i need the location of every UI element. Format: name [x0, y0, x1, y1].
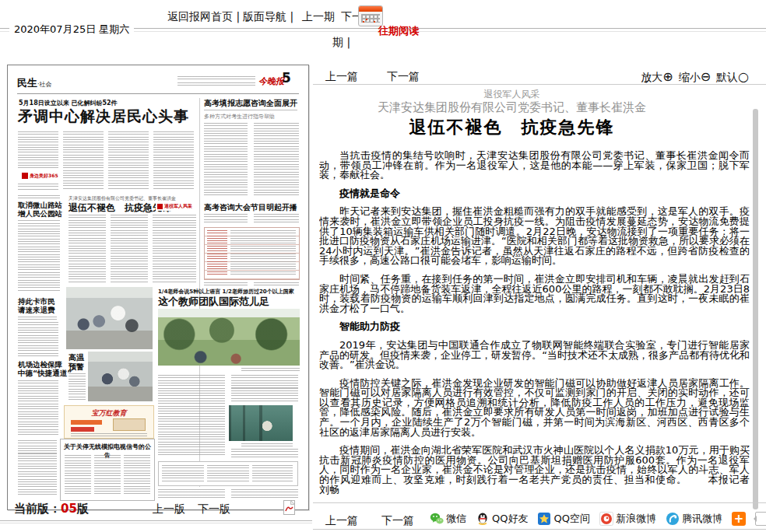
ad-title: 宝万红教育	[65, 408, 153, 418]
nav-next-issue-wrap[interactable]: 期 |	[332, 36, 350, 50]
info-box-sim1	[162, 465, 204, 482]
share-weibo-button[interactable]: 新浪微博	[599, 512, 656, 526]
tencent-weibo-icon	[666, 512, 680, 526]
thumb-story2-text-sim	[204, 123, 248, 196]
current-page-number: 05	[61, 502, 77, 516]
ad-chip1	[71, 420, 102, 425]
park-photo-caption-sim	[241, 368, 300, 371]
ad-chip3	[113, 418, 146, 431]
article-paragraph: 当抗击疫情的集结号吹响时，天津安达集团股份有限公司党委书记、董事长崔洪金闻令而动…	[319, 151, 750, 180]
share-weibo-label: 新浪微博	[616, 512, 656, 526]
thumb-story3-text-sim	[204, 214, 248, 224]
notice-box[interactable]: 关于关停无线模拟电视信号的公告	[60, 439, 155, 501]
thumb-section-title: 民生·社会	[17, 76, 52, 90]
thumb-story4-text-sim	[18, 223, 60, 292]
nav-home-link[interactable]: 返回报网首页 |	[167, 10, 240, 24]
thumb-story8-headline2[interactable]: 中德“快捷通道”	[18, 369, 72, 379]
zoom-controls: 放大⊕ 缩小⊖ 默认○	[641, 69, 749, 85]
table-gray-col-sim	[230, 230, 296, 275]
next-page-link[interactable]: 下一版	[198, 502, 230, 516]
thumb-story5-text-sim	[69, 215, 106, 283]
thumb-story3-text-sim3	[204, 282, 248, 287]
thumb-story7-headline2[interactable]: 请速来退费	[18, 306, 55, 316]
library-photo-caption-sim	[241, 443, 293, 446]
share-qzone-button[interactable]: QQ空间	[537, 512, 589, 526]
qzone-icon	[537, 512, 551, 526]
article-body: 当抗击疫情的集结号吹响时，天津安达集团股份有限公司党委书记、董事长崔洪金闻令而动…	[319, 151, 750, 502]
thumb-story6-headline[interactable]: 这个教师团队国际范儿足	[158, 295, 269, 309]
park-photo	[158, 309, 300, 366]
zoom-reset-icon: ○	[738, 69, 749, 84]
thumb-header-rule	[17, 93, 299, 94]
epaper-reader-window: 返回报网首页 | 版面导航 | 上一期 下一 期 | 往期阅读 2020年07月…	[0, 0, 766, 532]
prev-article-link-bottom[interactable]: 上一篇	[325, 514, 358, 528]
qq-icon	[476, 512, 490, 526]
share-count-badge: 0	[755, 512, 766, 526]
ad-banner[interactable]: 宝万红教育	[64, 405, 154, 439]
thumb-story1-headline[interactable]: 矛调中心解决居民心头事	[18, 107, 189, 127]
thumb-schedule-table	[204, 227, 300, 280]
next-article-link-top[interactable]: 下一篇	[387, 70, 420, 84]
thumb-leftcol-bottom-sim	[18, 440, 57, 496]
thumb-story2-headline[interactable]: 高考填报志愿咨询全面展开	[204, 98, 297, 109]
zoom-in-button[interactable]: 放大⊕	[641, 69, 673, 85]
newspaper-page-thumbnail[interactable]: 民生·社会 今晚报 5 5月18日设立以来 已化解纠纷52件 矛调中心解决居民心…	[7, 65, 309, 510]
calendar-icon[interactable]	[358, 5, 383, 26]
share-wechat-button[interactable]: 微信	[430, 512, 466, 526]
thumb-header-meta-sim2	[177, 82, 255, 86]
thumb-story5-badge-text: 退役军人风采	[164, 203, 192, 208]
bottom-edge-divider	[313, 529, 766, 530]
article-title: 退伍不褪色 抗疫急先锋	[313, 116, 754, 139]
thumb-page-number: 5	[282, 70, 291, 86]
ad-text-sim	[71, 433, 147, 436]
prev-article-link-top[interactable]: 上一篇	[325, 70, 358, 84]
thumb-story5-badge: 退役军人风采	[156, 202, 194, 211]
thumb-story6-text-sim5	[231, 489, 298, 499]
article-scrollbar-thumb[interactable]	[753, 109, 758, 509]
thumb-story6-text-sim4	[158, 489, 225, 499]
prev-page-link[interactable]: 上一版	[153, 502, 185, 516]
thumb-story1-text-sim	[18, 131, 58, 170]
nav-prev-issue-link[interactable]: 上一期	[302, 10, 335, 24]
issue-date: 2020年07月25日 星期六	[9, 23, 134, 37]
share-qq-label: QQ好友	[492, 512, 528, 526]
zoom-out-button[interactable]: 缩小⊖	[679, 69, 711, 85]
thumb-story1-text-sim5	[153, 131, 194, 189]
article-paragraph: 疫情防控关键之际，崔洪金发现企业研发的智能门磁可以协助做好返津人员居家隔离工作。…	[319, 379, 750, 438]
ad-chip2	[71, 427, 94, 432]
next-article-link-bottom[interactable]: 下一篇	[381, 514, 414, 528]
thumb-story6-text-sim2	[231, 375, 298, 403]
thumb-story2-rule	[204, 110, 297, 110]
thumb-story1-badge: 身边美好365	[20, 172, 60, 180]
share-qq-button[interactable]: QQ好友	[476, 512, 528, 526]
share-tweibo-button[interactable]: 腾讯微博	[666, 512, 722, 526]
nav-layout-link[interactable]: 版面导航 |	[243, 10, 293, 24]
thumb-masthead-logo: 今晚报	[258, 75, 284, 87]
zoom-in-icon: ⊕	[662, 69, 673, 84]
thumb-story7-text-sim	[18, 322, 58, 356]
pdf-download-icon[interactable]	[283, 500, 295, 518]
thumb-story6-text-sim	[158, 375, 225, 456]
wechat-icon	[430, 512, 444, 526]
thumb-story2-subtitle: 多种方式对考生进行指导帮助	[204, 113, 275, 121]
past-issues-link[interactable]: 往期阅读	[378, 24, 419, 38]
article-kicker: 退役军人风采	[313, 88, 754, 101]
notice-sim2	[94, 455, 121, 495]
current-page-prefix: 当前版：	[14, 502, 61, 516]
article-subhead: 疫情就是命令	[319, 189, 750, 199]
share-bar: 微信 QQ好友 QQ空间	[430, 512, 766, 526]
share-qzone-label: QQ空间	[553, 512, 589, 526]
zoom-reset-button[interactable]: 默认○	[716, 69, 749, 85]
info-box-sim2	[207, 465, 249, 482]
thumb-section-main: 民生	[17, 77, 37, 89]
thumb-story4-headline2[interactable]: 增人民公园站	[18, 209, 62, 219]
thumb-info-box	[158, 461, 298, 486]
thumb-story1-badge-text: 身边美好365	[30, 173, 58, 178]
share-tweibo-label: 腾讯微博	[682, 512, 722, 526]
thumb-story1-text-sim2	[18, 184, 58, 190]
share-wechat-label: 微信	[446, 512, 466, 526]
share-more-button[interactable]: +	[732, 512, 746, 526]
thumb-section-sub: ·社会	[37, 81, 52, 88]
article-byline: 天津安达集团股份有限公司党委书记、董事长崔洪金	[313, 100, 754, 115]
thumb-story3-headline[interactable]: 高考咨询大会节目明起开播	[204, 202, 297, 213]
